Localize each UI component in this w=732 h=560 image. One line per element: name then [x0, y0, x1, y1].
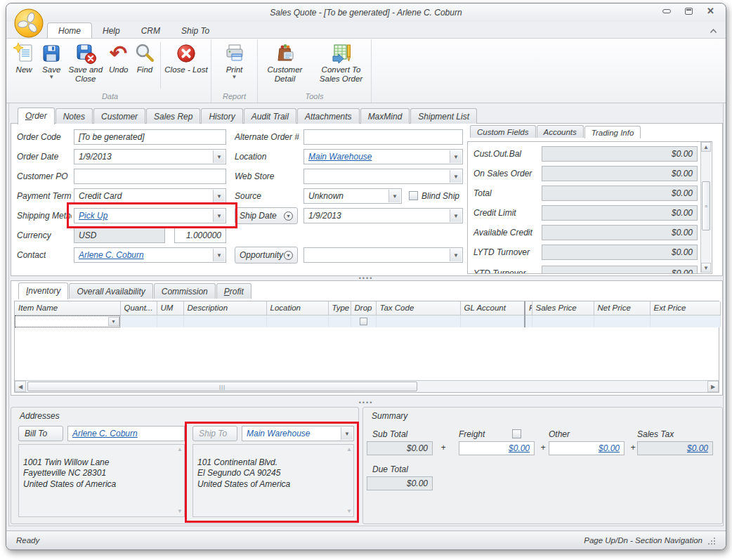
freight-value-link[interactable]: $0.00	[509, 443, 530, 453]
web-store-dropdown-icon[interactable]: ▼	[450, 170, 462, 183]
close-lost-button[interactable]: Close - Lost	[163, 39, 209, 91]
customer-po-field[interactable]	[74, 169, 226, 184]
drop-checkbox[interactable]	[360, 318, 367, 325]
tab-trading-info[interactable]: Trading Info	[584, 126, 641, 138]
tab-history[interactable]: History	[201, 108, 242, 124]
bill-to-button[interactable]: Bill To	[18, 426, 63, 441]
contact-dropdown-icon[interactable]: ▼	[213, 249, 225, 261]
splitter-handle-bottom[interactable]: ••••	[6, 401, 726, 405]
restore-button[interactable]	[685, 8, 693, 15]
col-description[interactable]: Description	[183, 301, 266, 315]
location-dropdown-icon[interactable]: ▼	[450, 150, 462, 163]
minimize-button[interactable]	[662, 9, 671, 13]
ship-to-dropdown-icon[interactable]: ▼	[341, 427, 353, 440]
sales-tax-field[interactable]: $0.00	[637, 441, 713, 455]
ship-to-location-value[interactable]: Main Warehouse	[247, 429, 311, 438]
tab-inventory[interactable]: Inventory	[18, 282, 68, 299]
contact-field[interactable]: Arlene C. Coburn▼	[74, 247, 226, 263]
close-button[interactable]: ✕	[707, 8, 714, 15]
hscrollbar-thumb[interactable]: |||	[27, 382, 417, 391]
col-drop[interactable]: Drop	[351, 301, 376, 315]
tab-audit-trail[interactable]: Audit Trail	[244, 108, 296, 124]
order-code-field[interactable]: [To be generated]	[74, 129, 226, 145]
scroll-up-icon[interactable]: ▲	[701, 142, 711, 152]
ship-to-address[interactable]: 101 Continental Blvd. El Segundo CA 9024…	[192, 444, 354, 517]
print-button[interactable]: Print ▼	[215, 39, 254, 91]
bill-to-address[interactable]: 1001 Twin Willow Lane Fayetteville NC 28…	[18, 444, 185, 517]
find-button[interactable]: Find	[131, 39, 158, 91]
save-button[interactable]: Save ▼	[37, 39, 65, 91]
col-location[interactable]: Location	[266, 301, 328, 315]
tab-customer[interactable]: Customer	[93, 108, 145, 124]
freight-checkbox[interactable]	[512, 429, 521, 438]
ship-date-field[interactable]: 1/9/2013▼	[303, 208, 463, 223]
tab-order[interactable]: Order	[18, 108, 55, 124]
location-field[interactable]: Main Warehouse▼	[303, 149, 463, 164]
convert-to-sales-order-button[interactable]: Convert To Sales Order	[313, 39, 370, 91]
opportunity-field[interactable]: ▼	[303, 247, 463, 263]
col-net-price[interactable]: Net Price	[594, 301, 650, 315]
bill-to-name-field[interactable]: Arlene C. Coburn	[67, 426, 185, 441]
col-quantity[interactable]: Quant...	[120, 301, 157, 315]
addr-scroll-up-icon[interactable]: ▲	[177, 446, 183, 453]
tab-maxmind[interactable]: MaxMind	[360, 108, 410, 124]
addr-scroll-up-icon[interactable]: ▲	[346, 446, 352, 453]
item-name-cell[interactable]: ▼	[15, 315, 120, 327]
ribbon-tab-shipto[interactable]: Ship To	[171, 23, 220, 38]
location-link[interactable]: Main Warehouse	[308, 152, 372, 162]
sales-tax-value-link[interactable]: $0.00	[687, 443, 708, 453]
ship-date-circle-dropdown-icon[interactable]: ▼	[284, 211, 293, 221]
currency-rate-field[interactable]: 1.000000	[174, 228, 226, 243]
item-name-dropdown-icon[interactable]: ▼	[108, 317, 119, 326]
payment-term-dropdown-icon[interactable]: ▼	[213, 190, 225, 202]
ribbon-tab-home[interactable]: Home	[47, 22, 92, 38]
opportunity-dropdown-icon[interactable]: ▼	[450, 249, 462, 261]
order-date-field[interactable]: 1/9/2013▼	[74, 149, 226, 164]
inventory-hscrollbar[interactable]: ◀ ||| ▶	[15, 380, 719, 392]
other-value-link[interactable]: $0.00	[599, 443, 620, 453]
resize-grip[interactable]	[708, 537, 716, 545]
shipping-method-field[interactable]: Pick Up▼	[74, 208, 226, 223]
other-field[interactable]: $0.00	[549, 441, 625, 455]
col-type[interactable]: Type	[328, 301, 351, 315]
customer-detail-button[interactable]: Customer Detail	[260, 39, 311, 91]
col-ext-price[interactable]: Ext Price	[650, 301, 720, 315]
save-and-close-button[interactable]: Save and Close	[65, 39, 105, 91]
tab-accounts[interactable]: Accounts	[537, 125, 584, 138]
ship-date-button[interactable]: Ship Date ▼	[235, 207, 298, 224]
contact-link[interactable]: Arlene C. Coburn	[79, 250, 144, 260]
ship-date-dropdown-icon[interactable]: ▼	[450, 209, 462, 222]
opportunity-circle-dropdown-icon[interactable]: ▼	[284, 251, 293, 260]
tab-overall-availability[interactable]: Overall Availability	[69, 283, 152, 299]
tab-shipment-list[interactable]: Shipment List	[410, 108, 477, 124]
tab-sales-rep[interactable]: Sales Rep	[146, 108, 200, 124]
web-store-field[interactable]: ▼	[303, 169, 463, 184]
addr-scroll-down-icon[interactable]: ▼	[346, 508, 352, 515]
tab-commission[interactable]: Commission	[154, 283, 216, 299]
blind-ship-checkbox[interactable]	[409, 191, 418, 200]
tab-attachments[interactable]: Attachments	[297, 108, 360, 124]
col-um[interactable]: UM	[157, 301, 183, 315]
source-field[interactable]: Unknown▼	[303, 188, 402, 204]
tab-custom-fields[interactable]: Custom Fields	[470, 125, 536, 138]
order-date-dropdown-icon[interactable]: ▼	[213, 150, 225, 163]
col-clipped[interactable]: F	[525, 301, 532, 315]
ribbon-tab-help[interactable]: Help	[92, 23, 131, 38]
bill-to-contact-link[interactable]: Arlene C. Coburn	[72, 429, 138, 438]
undo-button[interactable]: ↶ Undo	[105, 39, 131, 91]
col-gl-account[interactable]: GL Account	[460, 301, 525, 315]
trading-scrollbar[interactable]: ▲ ≡ ▼	[700, 142, 711, 273]
tab-notes[interactable]: Notes	[55, 108, 93, 124]
col-sales-price[interactable]: Sales Price	[532, 301, 594, 315]
tab-profit[interactable]: Profit	[216, 283, 251, 299]
ship-to-location-field[interactable]: Main Warehouse▼	[242, 426, 354, 441]
scrollbar-thumb[interactable]: ≡	[702, 181, 710, 231]
collapse-ribbon-icon[interactable]	[710, 26, 717, 36]
shipping-method-dropdown-icon[interactable]: ▼	[213, 209, 225, 222]
save-dropdown-icon[interactable]: ▼	[48, 75, 54, 79]
scroll-left-icon[interactable]: ◀	[15, 381, 26, 392]
freight-field[interactable]: $0.00	[459, 441, 535, 455]
source-dropdown-icon[interactable]: ▼	[388, 190, 400, 202]
payment-term-field[interactable]: Credit Card▼	[74, 188, 226, 204]
col-item-name[interactable]: Item Name	[15, 301, 120, 315]
